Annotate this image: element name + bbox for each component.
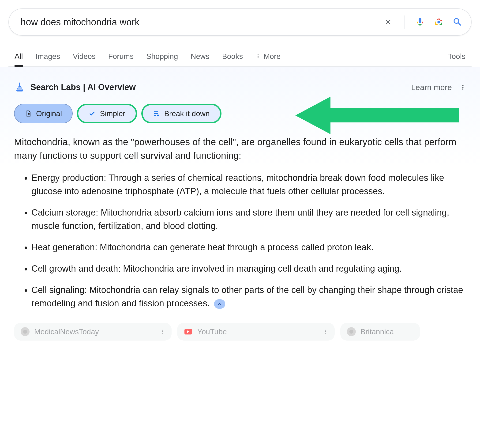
source-cards: MedicalNewsToday YouTube Britannica [14,323,466,340]
tab-shopping[interactable]: Shopping [146,46,178,66]
chip-original[interactable]: Original [14,104,73,123]
tab-label: Books [222,52,243,61]
search-bar [8,8,472,36]
svg-point-8 [23,330,27,334]
source-favicon-icon [347,327,356,336]
document-icon [25,110,32,117]
svg-point-16 [325,332,326,333]
annotation-arrow-icon [295,97,459,134]
source-card[interactable]: YouTube [177,323,335,340]
clear-icon[interactable] [384,18,392,26]
card-menu-icon[interactable] [160,327,165,336]
more-vert-icon [255,54,261,59]
chip-simpler[interactable]: Simpler [77,104,137,123]
list-item: Cell growth and death: Mitochondria are … [31,262,466,275]
svg-point-3 [258,57,259,58]
svg-point-5 [462,87,463,88]
tab-videos[interactable]: Videos [73,46,96,66]
voice-search-icon[interactable] [415,17,425,27]
tools-label: Tools [448,52,466,60]
tab-label: Images [36,52,60,61]
svg-point-6 [462,88,463,90]
labs-flask-icon [14,81,25,93]
ai-overview-title: Search Labs | AI Overview [30,82,136,92]
chip-label: Break it down [164,109,210,118]
svg-point-17 [349,330,353,334]
ai-overview-body: Mitochondria, known as the "powerhouses … [14,135,466,310]
tab-news[interactable]: News [191,46,209,66]
tab-label: Shopping [146,52,178,61]
source-favicon-icon [21,327,29,336]
divider [404,15,405,29]
collapse-button[interactable] [214,299,225,309]
list-item-text: Cell signaling: Mitochondria can relay s… [31,285,463,308]
chip-label: Original [36,109,62,118]
tab-label: Forums [108,52,134,61]
ai-overview-menu-icon[interactable] [460,84,466,90]
tab-label: All [14,52,23,61]
tab-forums[interactable]: Forums [108,46,134,66]
tab-all[interactable]: All [14,46,23,66]
svg-point-9 [162,330,163,331]
tab-label: Videos [73,52,96,61]
source-card[interactable]: Britannica [340,323,420,340]
search-icon[interactable] [452,17,463,27]
tab-more[interactable]: More [255,46,281,66]
image-search-icon[interactable] [434,17,444,27]
source-name: YouTube [197,327,227,336]
chevron-up-icon [217,301,222,307]
search-input[interactable] [21,17,384,28]
youtube-icon [184,327,193,336]
tab-books[interactable]: Books [222,46,243,66]
list-item: Calcium storage: Mitochondria absorb cal… [31,206,466,233]
svg-point-4 [462,85,463,86]
svg-point-10 [162,331,163,332]
ai-mode-chips: Original Simpler Break it down [14,104,466,123]
check-icon [89,110,96,117]
chip-break-it-down[interactable]: Break it down [141,104,221,123]
tab-label: News [191,52,209,61]
svg-point-1 [258,54,259,55]
ai-overview-panel: Search Labs | AI Overview Learn more Ori… [0,67,480,348]
search-tabs: All Images Videos Forums Shopping News B… [8,46,472,67]
svg-marker-7 [295,97,459,134]
learn-more-link[interactable]: Learn more [411,83,452,92]
tools-button[interactable]: Tools [448,52,466,61]
source-name: Britannica [360,327,394,336]
ai-overview-header: Search Labs | AI Overview Learn more [14,81,466,93]
source-name: MedicalNewsToday [34,327,99,336]
list-plus-icon [153,110,160,117]
svg-point-15 [325,331,326,332]
svg-point-11 [162,332,163,333]
tab-images[interactable]: Images [36,46,60,66]
list-item: Heat generation: Mitochondria can genera… [31,241,466,254]
ai-overview-list: Energy production: Through a series of c… [14,171,466,310]
chip-label: Simpler [100,109,125,118]
svg-point-2 [258,56,259,57]
tab-label: More [263,52,281,61]
source-card[interactable]: MedicalNewsToday [14,323,172,340]
svg-point-0 [437,21,440,23]
list-item: Energy production: Through a series of c… [31,171,466,198]
list-item: Cell signaling: Mitochondria can relay s… [31,283,466,310]
ai-overview-paragraph: Mitochondria, known as the "powerhouses … [14,135,466,162]
card-menu-icon[interactable] [323,327,328,336]
svg-point-14 [325,330,326,331]
